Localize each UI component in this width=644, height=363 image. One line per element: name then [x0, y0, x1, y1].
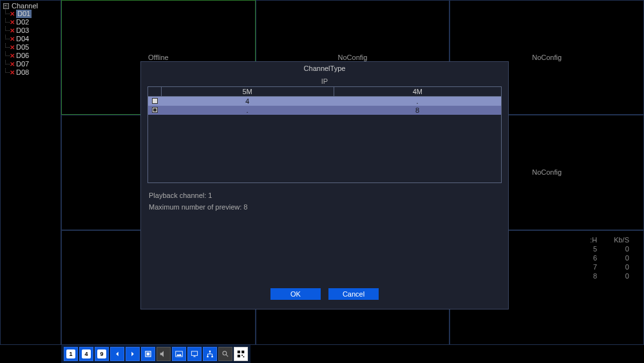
search-button[interactable]	[218, 347, 232, 361]
ok-button[interactable]: OK	[270, 288, 321, 300]
search-icon	[221, 349, 230, 358]
svg-rect-4	[209, 351, 211, 352]
channel-item-d05[interactable]: ✕D05	[3, 43, 58, 52]
cell-status-label: NoConfig	[338, 54, 368, 61]
channel-type-table: 5M 4M 4..8	[148, 87, 501, 115]
channel-item-d06[interactable]: ✕D06	[3, 52, 58, 60]
disconnect-icon: ✕	[10, 26, 15, 35]
disconnect-icon: ✕	[10, 68, 15, 77]
next-button[interactable]	[126, 347, 140, 361]
toolbar: 1 4 9	[61, 345, 251, 363]
svg-rect-8	[238, 351, 240, 353]
arrow-left-icon	[113, 349, 122, 358]
channel-type-table-wrap: 5M 4M 4..8	[147, 86, 502, 183]
disconnect-icon: ✕	[10, 18, 15, 26]
speaker-off-icon	[159, 349, 168, 358]
dialog-info: Playback channel: 1 Maximum number of pr…	[141, 184, 508, 282]
tree-root[interactable]: Channel	[3, 2, 58, 10]
cell-4m: .	[334, 97, 501, 106]
stats-header-ch: :H	[582, 236, 605, 244]
layout-9-button[interactable]: 9	[95, 347, 109, 361]
channel-label: D03	[16, 26, 29, 35]
svg-rect-6	[211, 356, 213, 357]
channel-label: D06	[16, 52, 29, 60]
cell-4m: 8	[334, 106, 501, 115]
table-header-check	[148, 87, 161, 97]
channel-label: D01	[16, 10, 32, 18]
disconnect-icon: ✕	[10, 52, 15, 60]
stats-row: 60	[582, 254, 637, 262]
prev-button[interactable]	[110, 347, 124, 361]
max-preview-label: Maximum number of preview: 8	[149, 201, 500, 213]
svg-rect-1	[147, 353, 150, 356]
fullscreen-icon	[144, 349, 153, 358]
table-row[interactable]: .8	[148, 106, 501, 115]
table-header-4m: 4M	[334, 87, 501, 97]
mute-button[interactable]	[156, 347, 171, 361]
channel-item-d03[interactable]: ✕D03	[3, 26, 58, 35]
disconnect-icon: ✕	[10, 43, 15, 52]
row-checkbox[interactable]	[152, 107, 158, 113]
arrow-right-icon	[128, 349, 137, 358]
cell-status-label: NoConfig	[532, 168, 562, 176]
svg-rect-9	[242, 351, 244, 353]
cell-5m: .	[161, 106, 334, 115]
table-header-5m: 5M	[161, 87, 334, 97]
stats-header-kbs: Kb/S	[606, 236, 637, 244]
disconnect-icon: ✕	[10, 10, 15, 18]
qr-icon	[236, 349, 245, 358]
channel-item-d08[interactable]: ✕D08	[3, 68, 58, 77]
stats-row: 70	[582, 263, 637, 271]
dialog-section-label: IP	[141, 77, 508, 85]
network-button[interactable]	[203, 347, 217, 361]
channel-label: D07	[16, 60, 29, 68]
stats-row: 80	[582, 272, 637, 280]
image-button[interactable]	[172, 347, 186, 361]
collapse-icon[interactable]	[3, 3, 9, 9]
svg-rect-5	[207, 356, 208, 357]
network-icon	[205, 349, 214, 358]
cell-5m: 4	[161, 97, 334, 106]
disconnect-icon: ✕	[10, 35, 15, 43]
channel-label: D05	[16, 43, 29, 52]
svg-rect-3	[191, 351, 197, 355]
cell-status-label: Offline	[148, 54, 169, 61]
cell-status-label: NoConfig	[532, 54, 562, 61]
bitrate-table: :HKb/S50607080	[581, 235, 638, 281]
channel-item-d07[interactable]: ✕D07	[3, 60, 58, 68]
channel-label: D08	[16, 68, 29, 77]
table-row[interactable]: 4.	[148, 97, 501, 106]
svg-rect-10	[238, 355, 240, 357]
picture-icon	[175, 349, 184, 358]
dialog-buttons: OK Cancel	[141, 282, 508, 309]
svg-point-7	[223, 351, 227, 355]
svg-rect-11	[242, 355, 243, 356]
fullscreen-button[interactable]	[141, 347, 155, 361]
tree-root-label: Channel	[12, 2, 38, 10]
monitor-button[interactable]	[187, 347, 202, 361]
layout-4-button[interactable]: 4	[79, 347, 93, 361]
qr-button[interactable]	[234, 347, 248, 361]
row-checkbox[interactable]	[152, 98, 158, 104]
channel-type-dialog: ChannelType IP 5M 4M 4..8 Playback chann…	[140, 61, 509, 309]
monitor-icon	[190, 349, 199, 358]
dialog-title: ChannelType	[141, 62, 508, 75]
cancel-button[interactable]: Cancel	[328, 288, 379, 300]
layout-1-button[interactable]: 1	[64, 347, 78, 361]
channel-label: D02	[16, 18, 29, 26]
channel-item-d01[interactable]: ✕D01	[3, 10, 58, 18]
playback-channel-label: Playback channel: 1	[149, 190, 500, 201]
disconnect-icon: ✕	[10, 60, 15, 68]
channel-label: D04	[16, 35, 29, 43]
channel-item-d04[interactable]: ✕D04	[3, 35, 58, 43]
stats-row: 50	[582, 245, 637, 253]
channel-sidebar: Channel ✕D01✕D02✕D03✕D04✕D05✕D06✕D07✕D08	[0, 0, 61, 345]
svg-rect-12	[243, 357, 245, 358]
channel-item-d02[interactable]: ✕D02	[3, 18, 58, 26]
